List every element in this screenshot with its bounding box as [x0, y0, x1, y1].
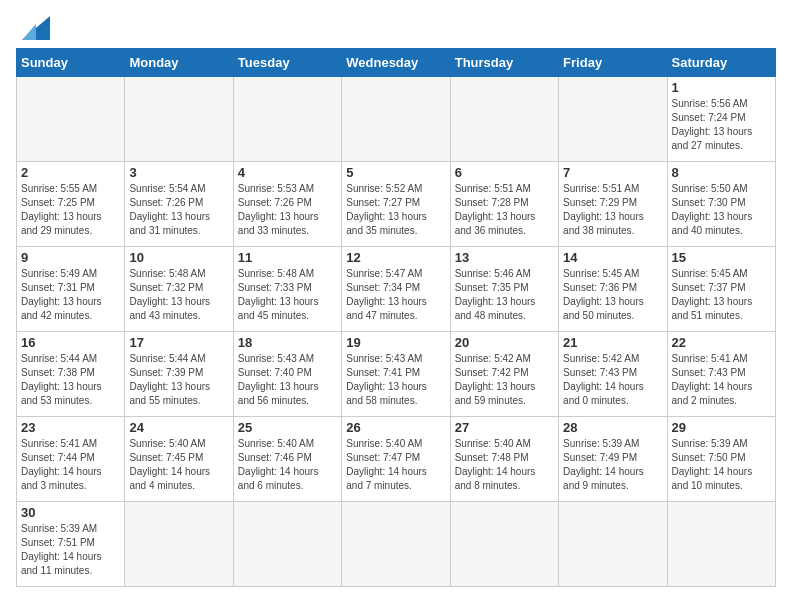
calendar-day-cell: 24Sunrise: 5:40 AM Sunset: 7:45 PM Dayli…	[125, 417, 233, 502]
day-number: 9	[21, 250, 120, 265]
day-info: Sunrise: 5:45 AM Sunset: 7:36 PM Dayligh…	[563, 267, 662, 323]
calendar-day-cell	[233, 77, 341, 162]
weekday-header-monday: Monday	[125, 49, 233, 77]
day-number: 2	[21, 165, 120, 180]
calendar-day-cell: 12Sunrise: 5:47 AM Sunset: 7:34 PM Dayli…	[342, 247, 450, 332]
day-number: 18	[238, 335, 337, 350]
day-number: 11	[238, 250, 337, 265]
day-info: Sunrise: 5:41 AM Sunset: 7:43 PM Dayligh…	[672, 352, 771, 408]
day-info: Sunrise: 5:40 AM Sunset: 7:48 PM Dayligh…	[455, 437, 554, 493]
day-number: 19	[346, 335, 445, 350]
day-number: 25	[238, 420, 337, 435]
day-info: Sunrise: 5:47 AM Sunset: 7:34 PM Dayligh…	[346, 267, 445, 323]
calendar-day-cell: 16Sunrise: 5:44 AM Sunset: 7:38 PM Dayli…	[17, 332, 125, 417]
day-info: Sunrise: 5:45 AM Sunset: 7:37 PM Dayligh…	[672, 267, 771, 323]
day-number: 1	[672, 80, 771, 95]
day-info: Sunrise: 5:43 AM Sunset: 7:41 PM Dayligh…	[346, 352, 445, 408]
day-info: Sunrise: 5:39 AM Sunset: 7:51 PM Dayligh…	[21, 522, 120, 578]
day-info: Sunrise: 5:48 AM Sunset: 7:33 PM Dayligh…	[238, 267, 337, 323]
day-number: 5	[346, 165, 445, 180]
day-number: 20	[455, 335, 554, 350]
day-info: Sunrise: 5:54 AM Sunset: 7:26 PM Dayligh…	[129, 182, 228, 238]
calendar-day-cell: 30Sunrise: 5:39 AM Sunset: 7:51 PM Dayli…	[17, 502, 125, 587]
calendar-day-cell: 9Sunrise: 5:49 AM Sunset: 7:31 PM Daylig…	[17, 247, 125, 332]
day-info: Sunrise: 5:51 AM Sunset: 7:28 PM Dayligh…	[455, 182, 554, 238]
weekday-header-saturday: Saturday	[667, 49, 775, 77]
calendar-day-cell: 4Sunrise: 5:53 AM Sunset: 7:26 PM Daylig…	[233, 162, 341, 247]
weekday-header-wednesday: Wednesday	[342, 49, 450, 77]
calendar-week-row: 30Sunrise: 5:39 AM Sunset: 7:51 PM Dayli…	[17, 502, 776, 587]
day-number: 12	[346, 250, 445, 265]
calendar-day-cell: 25Sunrise: 5:40 AM Sunset: 7:46 PM Dayli…	[233, 417, 341, 502]
day-number: 16	[21, 335, 120, 350]
calendar-day-cell	[667, 502, 775, 587]
calendar-header-row: SundayMondayTuesdayWednesdayThursdayFrid…	[17, 49, 776, 77]
calendar-day-cell	[17, 77, 125, 162]
calendar-day-cell: 8Sunrise: 5:50 AM Sunset: 7:30 PM Daylig…	[667, 162, 775, 247]
header	[16, 16, 776, 40]
weekday-header-tuesday: Tuesday	[233, 49, 341, 77]
day-info: Sunrise: 5:51 AM Sunset: 7:29 PM Dayligh…	[563, 182, 662, 238]
day-number: 10	[129, 250, 228, 265]
day-number: 15	[672, 250, 771, 265]
day-info: Sunrise: 5:44 AM Sunset: 7:39 PM Dayligh…	[129, 352, 228, 408]
day-info: Sunrise: 5:56 AM Sunset: 7:24 PM Dayligh…	[672, 97, 771, 153]
day-number: 8	[672, 165, 771, 180]
day-info: Sunrise: 5:42 AM Sunset: 7:43 PM Dayligh…	[563, 352, 662, 408]
day-info: Sunrise: 5:55 AM Sunset: 7:25 PM Dayligh…	[21, 182, 120, 238]
calendar: SundayMondayTuesdayWednesdayThursdayFrid…	[16, 48, 776, 587]
day-info: Sunrise: 5:50 AM Sunset: 7:30 PM Dayligh…	[672, 182, 771, 238]
calendar-day-cell: 2Sunrise: 5:55 AM Sunset: 7:25 PM Daylig…	[17, 162, 125, 247]
day-number: 22	[672, 335, 771, 350]
day-info: Sunrise: 5:44 AM Sunset: 7:38 PM Dayligh…	[21, 352, 120, 408]
day-info: Sunrise: 5:39 AM Sunset: 7:49 PM Dayligh…	[563, 437, 662, 493]
weekday-header-sunday: Sunday	[17, 49, 125, 77]
calendar-day-cell: 19Sunrise: 5:43 AM Sunset: 7:41 PM Dayli…	[342, 332, 450, 417]
calendar-week-row: 2Sunrise: 5:55 AM Sunset: 7:25 PM Daylig…	[17, 162, 776, 247]
calendar-week-row: 1Sunrise: 5:56 AM Sunset: 7:24 PM Daylig…	[17, 77, 776, 162]
logo-icon	[22, 16, 50, 40]
day-info: Sunrise: 5:40 AM Sunset: 7:46 PM Dayligh…	[238, 437, 337, 493]
calendar-day-cell	[342, 502, 450, 587]
day-info: Sunrise: 5:43 AM Sunset: 7:40 PM Dayligh…	[238, 352, 337, 408]
day-info: Sunrise: 5:40 AM Sunset: 7:45 PM Dayligh…	[129, 437, 228, 493]
day-number: 24	[129, 420, 228, 435]
day-number: 14	[563, 250, 662, 265]
calendar-day-cell	[233, 502, 341, 587]
calendar-day-cell	[559, 77, 667, 162]
calendar-day-cell: 17Sunrise: 5:44 AM Sunset: 7:39 PM Dayli…	[125, 332, 233, 417]
day-info: Sunrise: 5:40 AM Sunset: 7:47 PM Dayligh…	[346, 437, 445, 493]
calendar-day-cell: 29Sunrise: 5:39 AM Sunset: 7:50 PM Dayli…	[667, 417, 775, 502]
calendar-day-cell: 7Sunrise: 5:51 AM Sunset: 7:29 PM Daylig…	[559, 162, 667, 247]
calendar-day-cell	[125, 502, 233, 587]
calendar-day-cell: 21Sunrise: 5:42 AM Sunset: 7:43 PM Dayli…	[559, 332, 667, 417]
calendar-day-cell: 20Sunrise: 5:42 AM Sunset: 7:42 PM Dayli…	[450, 332, 558, 417]
calendar-day-cell: 6Sunrise: 5:51 AM Sunset: 7:28 PM Daylig…	[450, 162, 558, 247]
calendar-day-cell	[450, 502, 558, 587]
calendar-day-cell	[450, 77, 558, 162]
day-number: 26	[346, 420, 445, 435]
day-info: Sunrise: 5:46 AM Sunset: 7:35 PM Dayligh…	[455, 267, 554, 323]
day-number: 23	[21, 420, 120, 435]
calendar-day-cell: 11Sunrise: 5:48 AM Sunset: 7:33 PM Dayli…	[233, 247, 341, 332]
calendar-day-cell: 15Sunrise: 5:45 AM Sunset: 7:37 PM Dayli…	[667, 247, 775, 332]
day-number: 28	[563, 420, 662, 435]
calendar-day-cell: 22Sunrise: 5:41 AM Sunset: 7:43 PM Dayli…	[667, 332, 775, 417]
calendar-week-row: 16Sunrise: 5:44 AM Sunset: 7:38 PM Dayli…	[17, 332, 776, 417]
calendar-day-cell: 28Sunrise: 5:39 AM Sunset: 7:49 PM Dayli…	[559, 417, 667, 502]
day-number: 4	[238, 165, 337, 180]
day-info: Sunrise: 5:52 AM Sunset: 7:27 PM Dayligh…	[346, 182, 445, 238]
day-number: 13	[455, 250, 554, 265]
calendar-day-cell: 26Sunrise: 5:40 AM Sunset: 7:47 PM Dayli…	[342, 417, 450, 502]
calendar-day-cell: 3Sunrise: 5:54 AM Sunset: 7:26 PM Daylig…	[125, 162, 233, 247]
day-info: Sunrise: 5:39 AM Sunset: 7:50 PM Dayligh…	[672, 437, 771, 493]
day-info: Sunrise: 5:41 AM Sunset: 7:44 PM Dayligh…	[21, 437, 120, 493]
weekday-header-friday: Friday	[559, 49, 667, 77]
day-number: 3	[129, 165, 228, 180]
day-number: 17	[129, 335, 228, 350]
day-info: Sunrise: 5:48 AM Sunset: 7:32 PM Dayligh…	[129, 267, 228, 323]
day-number: 30	[21, 505, 120, 520]
calendar-day-cell: 23Sunrise: 5:41 AM Sunset: 7:44 PM Dayli…	[17, 417, 125, 502]
calendar-day-cell: 10Sunrise: 5:48 AM Sunset: 7:32 PM Dayli…	[125, 247, 233, 332]
day-number: 21	[563, 335, 662, 350]
